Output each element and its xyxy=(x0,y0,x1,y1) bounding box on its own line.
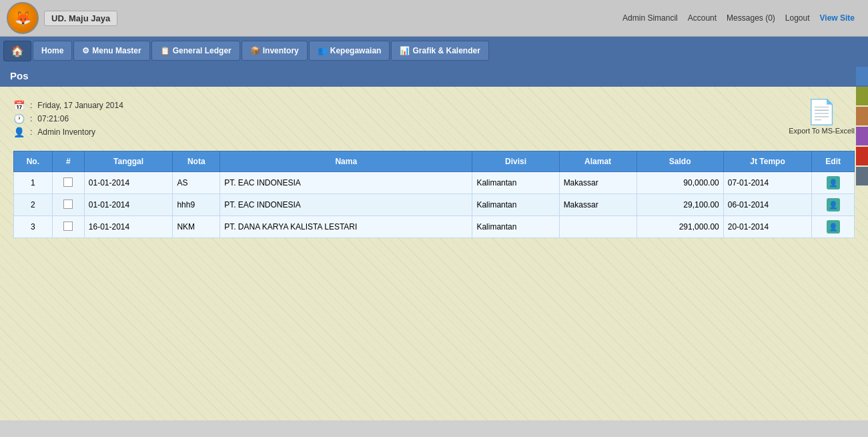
nav-kepegawaian[interactable]: 👥 Kepegawaian xyxy=(309,41,390,61)
col-jt-tempo: Jt Tempo xyxy=(723,151,812,172)
admin-label: Admin Simancil xyxy=(622,13,678,23)
cell-alamat: Makassar xyxy=(559,172,636,194)
color-swatch-4[interactable] xyxy=(856,147,868,165)
col-nota: Nota xyxy=(173,151,220,172)
cell-alamat xyxy=(559,216,636,238)
export-button[interactable]: 📄 Export To MS-Excell xyxy=(789,100,855,135)
cell-edit[interactable]: 👤 xyxy=(812,216,855,238)
col-hash: # xyxy=(52,151,84,172)
cell-no: 1 xyxy=(14,172,53,194)
main-content: 📅 : Friday, 17 January 2014 🕐 : 07:21:06… xyxy=(0,87,868,420)
cell-nama: PT. DANA KARYA KALISTA LESTARI xyxy=(220,216,472,238)
nav-general-ledger[interactable]: 📋 General Ledger xyxy=(151,41,240,61)
nav-home[interactable]: Home xyxy=(33,41,72,61)
edit-icon[interactable]: 👤 xyxy=(827,176,840,189)
cell-saldo: 90,000.00 xyxy=(636,172,723,194)
cell-jt-tempo: 20-01-2014 xyxy=(723,216,812,238)
cell-no: 2 xyxy=(14,194,53,216)
cell-no: 3 xyxy=(14,216,53,238)
col-no: No. xyxy=(14,151,53,172)
table-header-row: No. # Tanggal Nota Nama Divisi Alamat Sa… xyxy=(14,151,855,172)
col-edit: Edit xyxy=(812,151,855,172)
clock-icon: 🕐 xyxy=(13,113,25,124)
col-saldo: Saldo xyxy=(636,151,723,172)
cell-check[interactable] xyxy=(52,172,84,194)
topbar: 🦊 UD. Maju Jaya Admin Simancil Account M… xyxy=(0,0,868,37)
color-swatch-0[interactable] xyxy=(856,67,868,85)
col-nama: Nama xyxy=(220,151,472,172)
page-title: Pos xyxy=(10,70,29,81)
gear-icon: ⚙ xyxy=(82,46,89,55)
navbar: 🏠 Home ⚙ Menu Master 📋 General Ledger 📦 … xyxy=(0,37,868,65)
cell-jt-tempo: 07-01-2014 xyxy=(723,172,812,194)
inventory-label: Inventory xyxy=(263,46,299,55)
cell-alamat: Makassar xyxy=(559,194,636,216)
date-row: 📅 : Friday, 17 January 2014 xyxy=(13,100,123,111)
logo-area: 🦊 UD. Maju Jaya xyxy=(7,2,117,34)
logo-icon: 🦊 xyxy=(7,2,39,34)
kepegawaian-icon: 👥 xyxy=(318,46,328,55)
col-tanggal: Tanggal xyxy=(84,151,173,172)
cell-check[interactable] xyxy=(52,194,84,216)
cell-nama: PT. EAC INDONESIA xyxy=(220,172,472,194)
table-body: 1 01-01-2014 AS PT. EAC INDONESIA Kalima… xyxy=(14,172,855,238)
user-icon: 👤 xyxy=(13,127,25,137)
date-separator: : xyxy=(30,101,32,110)
view-site-link[interactable]: View Site xyxy=(820,13,855,23)
nav-menu-master[interactable]: ⚙ Menu Master xyxy=(73,41,149,61)
color-swatch-1[interactable] xyxy=(856,87,868,105)
user-value: Admin Inventory xyxy=(37,127,95,137)
cell-tanggal: 01-01-2014 xyxy=(84,194,173,216)
cell-nota: hhh9 xyxy=(173,194,220,216)
grafik-kalender-label: Grafik & Kalender xyxy=(412,46,480,55)
calendar-icon: 📅 xyxy=(13,100,25,111)
edit-icon[interactable]: 👤 xyxy=(827,220,840,234)
edit-icon[interactable]: 👤 xyxy=(827,198,840,211)
account-link[interactable]: Account xyxy=(688,13,717,23)
export-label: Export To MS-Excell xyxy=(789,127,855,135)
nav-inventory[interactable]: 📦 Inventory xyxy=(242,41,308,61)
cell-divisi: Kalimantan xyxy=(472,194,559,216)
cell-edit[interactable]: 👤 xyxy=(812,172,855,194)
cell-saldo: 291,000.00 xyxy=(636,216,723,238)
export-icon: 📄 xyxy=(807,100,837,124)
company-name: UD. Maju Jaya xyxy=(44,11,117,26)
cell-saldo: 29,100.00 xyxy=(636,194,723,216)
general-ledger-label: General Ledger xyxy=(173,46,232,55)
date-value: Friday, 17 January 2014 xyxy=(37,101,123,110)
menu-master-label: Menu Master xyxy=(92,46,141,55)
cell-divisi: Kalimantan xyxy=(472,216,559,238)
user-separator: : xyxy=(30,127,32,137)
cell-divisi: Kalimantan xyxy=(472,172,559,194)
table-row: 3 16-01-2014 NKM PT. DANA KARYA KALISTA … xyxy=(14,216,855,238)
user-row: 👤 : Admin Inventory xyxy=(13,127,123,137)
nav-grafik-kalender[interactable]: 📊 Grafik & Kalender xyxy=(391,41,488,61)
cell-jt-tempo: 06-01-2014 xyxy=(723,194,812,216)
page-title-bar: Pos xyxy=(0,65,868,87)
messages-link[interactable]: Messages (0) xyxy=(727,13,775,23)
cell-nota: AS xyxy=(173,172,220,194)
time-separator: : xyxy=(30,114,32,123)
time-row: 🕐 : 07:21:06 xyxy=(13,113,123,124)
color-swatch-2[interactable] xyxy=(856,107,868,125)
grafik-icon: 📊 xyxy=(400,46,410,55)
kepegawaian-label: Kepegawaian xyxy=(330,46,382,55)
cell-edit[interactable]: 👤 xyxy=(812,194,855,216)
home-button[interactable]: 🏠 xyxy=(3,41,31,61)
cell-tanggal: 16-01-2014 xyxy=(84,216,173,238)
cell-check[interactable] xyxy=(52,216,84,238)
color-swatch-5[interactable] xyxy=(856,167,868,185)
info-left: 📅 : Friday, 17 January 2014 🕐 : 07:21:06… xyxy=(13,100,123,137)
color-swatch-3[interactable] xyxy=(856,127,868,145)
col-alamat: Alamat xyxy=(559,151,636,172)
col-divisi: Divisi xyxy=(472,151,559,172)
home-label: Home xyxy=(41,46,63,55)
cell-tanggal: 01-01-2014 xyxy=(84,172,173,194)
cell-nama: PT. EAC INDONESIA xyxy=(220,194,472,216)
table-row: 2 01-01-2014 hhh9 PT. EAC INDONESIA Kali… xyxy=(14,194,855,216)
ledger-icon: 📋 xyxy=(160,46,170,55)
logout-link[interactable]: Logout xyxy=(785,13,810,23)
cell-nota: NKM xyxy=(173,216,220,238)
topbar-right: Admin Simancil Account Messages (0) Logo… xyxy=(622,13,855,23)
info-section: 📅 : Friday, 17 January 2014 🕐 : 07:21:06… xyxy=(13,100,855,137)
